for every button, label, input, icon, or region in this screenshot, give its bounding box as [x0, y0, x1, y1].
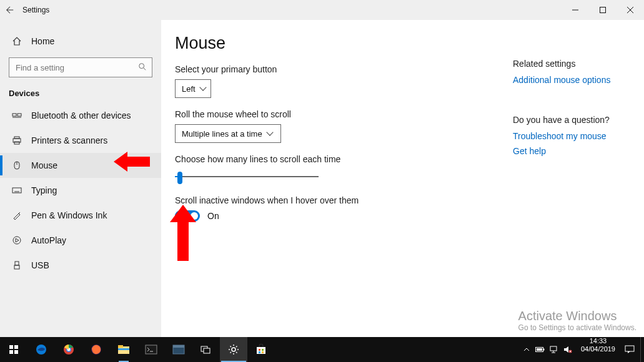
gear-icon — [228, 344, 239, 355]
usb-icon — [11, 260, 22, 271]
sidebar-item-label: Pen & Windows Ink — [31, 210, 107, 220]
taskbar-taskview[interactable] — [192, 337, 220, 362]
sidebar-item-mouse[interactable]: Mouse — [0, 153, 161, 178]
scroll-mode-value: Multiple lines at a time — [182, 129, 262, 139]
chevron-down-icon — [266, 129, 273, 135]
taskbar-edge[interactable] — [27, 337, 55, 362]
system-tray[interactable] — [521, 337, 577, 362]
minimize-button[interactable] — [562, 0, 589, 20]
primary-button-dropdown[interactable]: Left — [175, 79, 211, 98]
file-explorer-icon — [117, 345, 130, 355]
primary-button-value: Left — [182, 84, 196, 94]
sidebar-item-printers[interactable]: Printers & scanners — [0, 128, 161, 153]
back-button[interactable] — [0, 0, 20, 20]
sidebar: Home Devices Bluetooth & other devices P… — [0, 20, 161, 337]
taskbar-firefox[interactable] — [82, 337, 110, 362]
svg-point-14 — [13, 237, 21, 244]
maximize-button[interactable] — [589, 0, 617, 20]
svg-rect-42 — [262, 351, 264, 353]
watermark-title: Activate Windows — [518, 309, 637, 323]
svg-line-3 — [144, 67, 146, 70]
taskbar-clock[interactable]: 14:33 04/04/2019 — [577, 337, 619, 362]
nav-home[interactable]: Home — [0, 29, 161, 54]
inactive-scroll-toggle[interactable] — [175, 210, 200, 222]
svg-rect-4 — [12, 114, 16, 116]
svg-rect-8 — [14, 137, 19, 139]
store-icon — [255, 344, 267, 355]
svg-rect-1 — [600, 7, 606, 13]
taskbar-store[interactable] — [247, 337, 275, 362]
taskbar-generic-app[interactable] — [165, 337, 192, 362]
taskbar-cmd[interactable] — [137, 337, 165, 362]
svg-rect-19 — [9, 345, 13, 349]
toggle-knob — [191, 212, 198, 220]
sidebar-item-pen[interactable]: Pen & Windows Ink — [0, 203, 161, 228]
svg-rect-52 — [625, 346, 634, 351]
tray-overflow-icon[interactable] — [521, 337, 532, 362]
sidebar-item-bluetooth[interactable]: Bluetooth & other devices — [0, 103, 161, 128]
action-center-button[interactable] — [619, 337, 640, 362]
svg-rect-20 — [14, 345, 18, 349]
arrow-left-icon — [6, 6, 14, 14]
scroll-mode-dropdown[interactable]: Multiple lines at a time — [175, 124, 281, 143]
page-title: Mouse — [175, 34, 500, 53]
troubleshoot-link[interactable]: Troubleshoot my mouse — [513, 131, 638, 141]
close-button[interactable] — [617, 0, 644, 20]
sidebar-item-label: Typing — [31, 185, 57, 195]
task-view-icon — [200, 345, 212, 355]
slider-track — [175, 176, 319, 177]
notification-icon — [625, 345, 635, 354]
chevron-down-icon — [199, 84, 206, 90]
svg-rect-41 — [259, 351, 260, 353]
svg-rect-31 — [146, 345, 157, 354]
search-input[interactable] — [14, 62, 138, 73]
lines-slider[interactable] — [175, 169, 319, 184]
slider-thumb[interactable] — [177, 172, 182, 184]
nav-home-label: Home — [31, 36, 54, 46]
svg-point-2 — [139, 63, 144, 68]
main-content: Mouse Select your primary button Left Ro… — [161, 20, 644, 337]
sidebar-item-label: AutoPlay — [31, 235, 66, 245]
right-column: Related settings Additional mouse option… — [513, 34, 644, 337]
additional-mouse-options-link[interactable]: Additional mouse options — [513, 75, 638, 85]
svg-rect-39 — [259, 349, 260, 351]
svg-rect-21 — [9, 350, 13, 354]
edge-icon — [35, 343, 47, 356]
svg-rect-29 — [118, 345, 123, 348]
svg-rect-16 — [14, 265, 19, 269]
search-box[interactable] — [9, 57, 152, 77]
activate-windows-watermark: Activate Windows Go to Settings to activ… — [518, 309, 637, 332]
inactive-scroll-label: Scroll inactive windows when I hover ove… — [175, 195, 500, 205]
taskbar-settings[interactable] — [220, 337, 247, 362]
inactive-scroll-value: On — [207, 211, 219, 221]
mouse-icon — [11, 160, 22, 171]
maximize-icon — [600, 7, 606, 13]
taskbar: 14:33 04/04/2019 — [0, 337, 644, 362]
related-heading: Related settings — [513, 59, 638, 69]
lines-label: Choose how many lines to scroll each tim… — [175, 154, 500, 164]
svg-rect-38 — [257, 347, 265, 354]
sidebar-item-label: Bluetooth & other devices — [31, 110, 131, 120]
sidebar-item-usb[interactable]: USB — [0, 253, 161, 278]
sidebar-item-label: USB — [31, 260, 49, 270]
start-button[interactable] — [0, 337, 27, 362]
taskbar-chrome[interactable] — [55, 337, 82, 362]
clock-date: 04/04/2019 — [581, 345, 615, 353]
search-icon — [138, 62, 147, 73]
sidebar-item-label: Printers & scanners — [31, 135, 107, 145]
sidebar-item-autoplay[interactable]: AutoPlay — [0, 228, 161, 253]
tray-battery-icon[interactable] — [535, 337, 546, 362]
watermark-subtitle: Go to Settings to activate Windows. — [518, 323, 637, 332]
tray-volume-icon[interactable] — [562, 337, 573, 362]
minimize-icon — [572, 7, 578, 13]
get-help-link[interactable]: Get help — [513, 146, 638, 156]
chrome-icon — [62, 343, 75, 356]
sidebar-item-typing[interactable]: Typing — [0, 178, 161, 203]
svg-rect-40 — [262, 349, 264, 351]
terminal-icon — [145, 345, 157, 355]
sidebar-item-label: Mouse — [31, 160, 57, 170]
taskbar-explorer[interactable] — [110, 337, 137, 362]
windows-logo-icon — [9, 345, 19, 355]
show-desktop-button[interactable] — [640, 337, 644, 362]
tray-network-icon[interactable] — [548, 337, 560, 362]
